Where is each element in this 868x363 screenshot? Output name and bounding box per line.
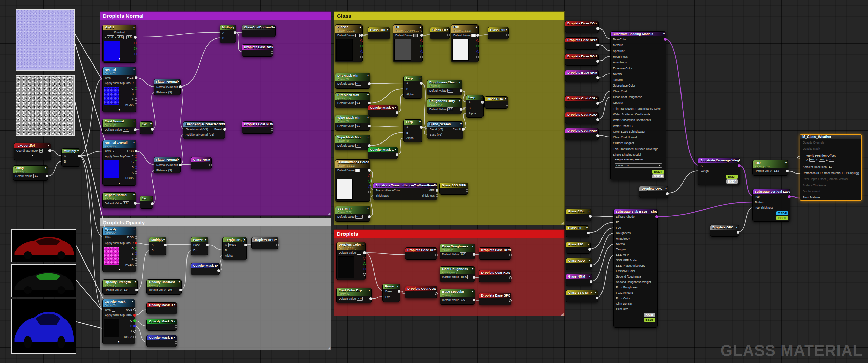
droplets-color-header[interactable]: Droplets ColorParam (0,0,0,1)▴ bbox=[337, 242, 365, 250]
droplets-coat-nrm-use-pin[interactable] bbox=[596, 134, 599, 137]
droplets-color[interactable]: Droplets ColorParam (0,0,0,1)▴Default Va… bbox=[336, 242, 366, 280]
comment-resize-handle[interactable]: ◢ bbox=[328, 212, 330, 215]
opacity-strength[interactable]: Opacity StrengthParam (1)▾Default Value1… bbox=[102, 279, 138, 295]
transmittance-color-pin[interactable] bbox=[368, 191, 371, 193]
opacity-contrast-value[interactable]: 2.0 bbox=[167, 288, 173, 292]
droplets-opc-use-2[interactable]: Droplets OPC▾ bbox=[710, 225, 739, 237]
substrate-coverage-weight-header[interactable]: Substrate Coverage Weight▾ bbox=[698, 158, 740, 163]
dirt-mask-max-value[interactable]: 0.1 bbox=[355, 101, 361, 105]
collapse-down-icon[interactable]: ▾ bbox=[736, 225, 737, 229]
collapse-down-icon[interactable]: ▾ bbox=[460, 122, 462, 126]
expand-toggle-icon[interactable]: ▾ bbox=[119, 57, 120, 60]
lerp-opacity-value[interactable]: 0.001 bbox=[228, 243, 237, 247]
collapse-up-icon[interactable]: ▴ bbox=[476, 25, 477, 29]
collapse-down-icon[interactable]: ▾ bbox=[419, 76, 421, 80]
lerp-dirt-header[interactable]: Lerp▾ bbox=[404, 76, 422, 81]
collapse-down-icon[interactable]: ▾ bbox=[133, 68, 135, 72]
glass-nrm-use-pin[interactable] bbox=[590, 280, 592, 283]
glass-col-use[interactable]: Glass COL▾ bbox=[566, 209, 591, 221]
normal-overall-pin-rgb[interactable] bbox=[135, 150, 137, 152]
opacity-mask-texture-pin-b[interactable] bbox=[133, 325, 136, 327]
opacity-contrast[interactable]: Opacity ContrastParam (2)▾Default Value2… bbox=[146, 279, 182, 295]
one-minus-2-header[interactable]: 1-x▾ bbox=[140, 196, 153, 201]
droplets-coat-col-decl-header[interactable]: Droplets Coat COL▾ bbox=[405, 286, 437, 291]
texcoord[interactable]: TexCoord[0]▾Coordinate Index0▾ bbox=[14, 143, 51, 160]
droplets-base-rou-decl-header[interactable]: Droplets Base ROU▾ bbox=[479, 248, 511, 252]
droplets-base-rou-use[interactable]: Droplets Base ROU▾ bbox=[565, 54, 599, 66]
flatten-normal-2-pin-result[interactable] bbox=[179, 164, 182, 166]
dirt-mask-max-header[interactable]: Dirt Mask MaxParam (0.1)▾ bbox=[335, 93, 370, 100]
collapse-down-icon[interactable]: ▾ bbox=[174, 336, 175, 340]
roughness-dirty-header[interactable]: Roughness DirtyParam (0.5)▾ bbox=[427, 99, 462, 107]
wipers-normal[interactable]: Wipers NormalParam (1)▾Default Value1.0 bbox=[102, 192, 136, 208]
blend-angle-corrected-normals-header[interactable]: BlendAngleCorrectedNormals▾ bbox=[183, 122, 225, 127]
opacity-texture-pin-a[interactable] bbox=[135, 258, 137, 261]
opacity-mask-texture-pin-r[interactable] bbox=[133, 314, 136, 317]
opacity-mask-g-decl-pin[interactable] bbox=[175, 325, 177, 328]
wipe-mask-max[interactable]: Wipe Mask MaxParam (1)▾Default Value1.0 bbox=[335, 135, 370, 150]
blend-angle-corrected-normals[interactable]: BlendAngleCorrectedNormals▾BaseNormal (V… bbox=[183, 121, 225, 139]
multiply-top-header[interactable]: Multiply▾ bbox=[220, 25, 236, 30]
multiply-opacity[interactable]: Multiply▾AB bbox=[149, 237, 166, 255]
collapse-down-icon[interactable]: ▾ bbox=[397, 284, 398, 288]
opacity-mask-g-use-pin[interactable] bbox=[396, 153, 398, 156]
flatten-normal-1-header[interactable]: FlattenNormal▾ bbox=[154, 79, 180, 84]
albedo-pin[interactable] bbox=[360, 45, 363, 47]
glass-nrm-use[interactable]: Glass NRM▾ bbox=[566, 274, 592, 286]
glass-rou-use-header[interactable]: Glass ROU▾ bbox=[566, 258, 592, 263]
collapse-down-icon[interactable]: ▾ bbox=[133, 227, 135, 231]
substrate-transmittance-to-mfp-header[interactable]: Substrate Transmittance-To-MeanFreePath▾ bbox=[373, 183, 437, 188]
collapse-down-icon[interactable]: ▾ bbox=[589, 259, 590, 263]
wipe-mask-max-value[interactable]: 1.0 bbox=[355, 144, 361, 148]
droplets-coat-col-use-header[interactable]: Droplets Coat COL▾ bbox=[565, 96, 598, 101]
collapse-down-icon[interactable]: ▾ bbox=[233, 25, 234, 30]
droplets-base-spc-use-header[interactable]: Droplets Base SPC▾ bbox=[565, 38, 598, 42]
opacity-strength-pin[interactable] bbox=[135, 289, 138, 291]
collapse-up-icon[interactable]: ▴ bbox=[360, 25, 361, 29]
wipers-normal-value[interactable]: 1.0 bbox=[123, 201, 129, 205]
opacity-texture-pin-r[interactable] bbox=[135, 242, 137, 244]
flatten-normal-2[interactable]: FlattenNormal▾Normal (V3)ResultFlatness … bbox=[154, 157, 181, 173]
substrate-shading-models-pin[interactable] bbox=[664, 38, 667, 41]
collapse-down-icon[interactable]: ▾ bbox=[472, 244, 473, 248]
opacity-mask-texture-header[interactable]: Opacity MaskParam2D▾ bbox=[103, 299, 135, 307]
droplets-coat-nrm-decl-header[interactable]: Droplets Coat NRM▾ bbox=[242, 122, 273, 127]
opacity-texture-pin-g[interactable] bbox=[135, 247, 137, 250]
glass-col-decl-pin[interactable] bbox=[388, 34, 390, 36]
coat-normal-value[interactable]: 1.0 bbox=[123, 128, 129, 132]
opacity-mask-texture-pin-rgb[interactable] bbox=[133, 308, 136, 311]
ior-header[interactable]: IORParam (1.52)▾ bbox=[753, 160, 788, 168]
opacity-mask-g-use[interactable]: Opacity Mask G▾ bbox=[368, 147, 398, 159]
coat-roughness-header[interactable]: Coat RoughnessParam (0.05)▾ bbox=[440, 267, 475, 274]
multiply-uv-pin[interactable] bbox=[78, 155, 81, 157]
power-droplets[interactable]: Power▾BaseExp bbox=[382, 284, 400, 302]
f0-pin[interactable] bbox=[420, 39, 423, 42]
coat-roughness-value[interactable]: 0.05 bbox=[460, 275, 468, 279]
collapse-down-icon[interactable]: ▾ bbox=[133, 193, 135, 197]
droplets-coat-rou-use-pin[interactable] bbox=[596, 118, 599, 121]
collapse-down-icon[interactable]: ▾ bbox=[150, 122, 152, 126]
collapse-up-icon[interactable]: ▴ bbox=[367, 160, 369, 164]
opacity-mask-texture-pin-a[interactable] bbox=[133, 330, 136, 333]
opacity-mask-texture-pin-g[interactable] bbox=[133, 319, 136, 322]
droplets-base-nrm-decl-header[interactable]: Droplets Base NRM▾ bbox=[242, 45, 273, 50]
substrate-vertical-layer-pin[interactable] bbox=[788, 195, 791, 198]
collapse-down-icon[interactable]: ▾ bbox=[596, 129, 597, 133]
m-glass-weather-value[interactable]: 0.0 bbox=[809, 158, 815, 162]
multiply-opacity-header[interactable]: Multiply▾ bbox=[149, 237, 166, 242]
f0-header[interactable]: F0Param (0.04,0.04,0.04,1)▴ bbox=[393, 25, 422, 33]
collapse-down-icon[interactable]: ▾ bbox=[135, 280, 136, 284]
comment-glass-title[interactable]: Glass bbox=[334, 12, 564, 20]
m-glass-weather-value[interactable]: 0.0 bbox=[819, 158, 825, 162]
glass-f0-decl-header[interactable]: Glass F0▾ bbox=[430, 27, 449, 32]
opacity-texture[interactable]: OpacityParam2D▾UVsRGBApply View MipBiasR… bbox=[102, 227, 136, 272]
wipe-mask-min-header[interactable]: Wipe Mask MinParam (0)▾ bbox=[335, 115, 370, 123]
base-roughness[interactable]: Base RoughnessParam (0)▾Default Value0.0 bbox=[440, 244, 475, 259]
collapse-down-icon[interactable]: ▾ bbox=[77, 149, 79, 153]
collapse-down-icon[interactable]: ▾ bbox=[178, 158, 179, 162]
droplets-base-nrm-decl-pin[interactable] bbox=[271, 51, 273, 54]
f90-header[interactable]: F90Param (1,1,1,1)▴ bbox=[451, 25, 478, 33]
transmittance-color-pin[interactable] bbox=[368, 174, 371, 177]
droplets-coat-col-decl-pin[interactable] bbox=[435, 292, 438, 295]
albedo-pin[interactable] bbox=[360, 56, 363, 58]
